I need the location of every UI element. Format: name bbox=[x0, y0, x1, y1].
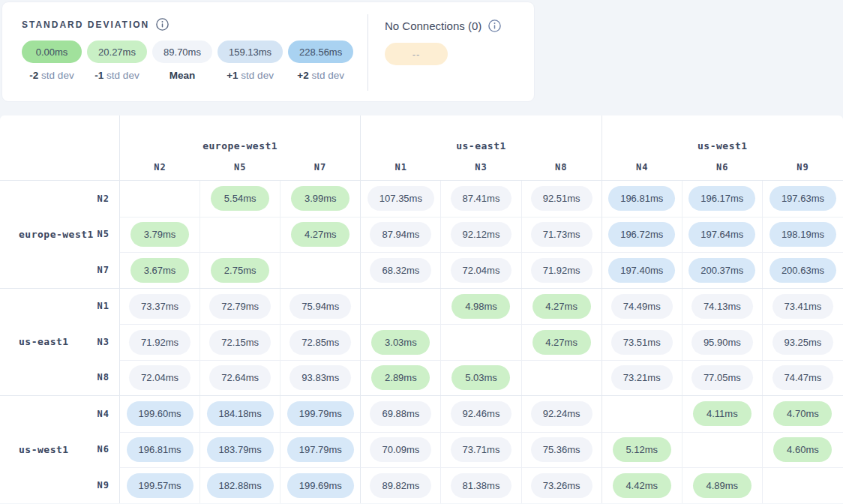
matrix-cell[interactable]: 87.94ms bbox=[361, 217, 441, 253]
latency-badge[interactable]: 74.49ms bbox=[611, 294, 673, 319]
matrix-cell[interactable]: 70.09ms bbox=[361, 432, 441, 468]
matrix-cell[interactable]: 197.40ms bbox=[602, 252, 682, 288]
matrix-cell[interactable]: 197.79ms bbox=[280, 432, 361, 468]
latency-badge[interactable]: 75.94ms bbox=[290, 294, 351, 319]
latency-badge[interactable]: 4.70ms bbox=[773, 401, 832, 426]
latency-badge[interactable]: 4.89ms bbox=[693, 473, 752, 498]
latency-badge[interactable]: 72.64ms bbox=[209, 365, 271, 390]
matrix-cell[interactable]: 74.49ms bbox=[602, 289, 682, 325]
latency-badge[interactable]: 81.38ms bbox=[451, 473, 512, 498]
latency-badge[interactable]: 70.09ms bbox=[370, 437, 431, 462]
latency-badge[interactable]: 72.04ms bbox=[451, 258, 512, 283]
matrix-cell[interactable]: 107.35ms bbox=[361, 181, 441, 217]
matrix-cell[interactable]: 69.88ms bbox=[361, 396, 441, 432]
latency-badge[interactable]: 5.54ms bbox=[211, 186, 269, 211]
latency-badge[interactable]: 3.67ms bbox=[130, 258, 189, 283]
matrix-cell[interactable]: 199.79ms bbox=[280, 396, 361, 432]
latency-badge[interactable]: 73.51ms bbox=[611, 330, 673, 355]
latency-badge[interactable]: 199.79ms bbox=[287, 401, 354, 426]
latency-badge[interactable]: 73.26ms bbox=[531, 473, 592, 498]
latency-badge[interactable]: 197.64ms bbox=[688, 222, 755, 247]
latency-badge[interactable]: 71.92ms bbox=[129, 330, 190, 355]
info-circle-icon[interactable] bbox=[488, 20, 501, 32]
latency-badge[interactable]: 87.94ms bbox=[370, 222, 431, 247]
latency-badge[interactable]: 184.18ms bbox=[207, 401, 274, 426]
latency-badge[interactable]: 2.75ms bbox=[211, 258, 269, 283]
latency-badge[interactable]: 196.72ms bbox=[608, 222, 675, 247]
matrix-cell[interactable]: 2.75ms bbox=[200, 252, 280, 288]
latency-badge[interactable]: 73.21ms bbox=[611, 365, 673, 390]
latency-badge[interactable]: 71.92ms bbox=[531, 258, 592, 283]
matrix-cell[interactable]: 4.70ms bbox=[763, 396, 843, 432]
matrix-cell[interactable]: 182.88ms bbox=[200, 467, 280, 503]
latency-badge[interactable]: 198.19ms bbox=[770, 222, 836, 247]
latency-badge[interactable]: 95.90ms bbox=[692, 330, 753, 355]
matrix-cell[interactable]: 4.27ms bbox=[280, 217, 361, 253]
latency-badge[interactable]: 5.12ms bbox=[613, 437, 671, 462]
matrix-cell[interactable]: 73.21ms bbox=[602, 360, 682, 396]
latency-badge[interactable]: 72.04ms bbox=[129, 365, 190, 390]
matrix-cell[interactable]: 92.12ms bbox=[441, 217, 521, 253]
latency-badge[interactable]: 5.03ms bbox=[452, 365, 510, 390]
matrix-cell[interactable]: 72.15ms bbox=[200, 324, 280, 360]
info-circle-icon[interactable] bbox=[156, 18, 169, 31]
matrix-cell[interactable]: 81.38ms bbox=[441, 467, 521, 503]
matrix-cell[interactable]: 68.32ms bbox=[361, 252, 441, 288]
latency-badge[interactable]: 72.79ms bbox=[209, 294, 271, 319]
latency-badge[interactable]: 4.27ms bbox=[291, 222, 350, 247]
latency-badge[interactable]: 200.37ms bbox=[688, 258, 755, 283]
latency-badge[interactable]: 87.41ms bbox=[451, 186, 512, 211]
latency-badge[interactable]: 3.79ms bbox=[130, 222, 189, 247]
matrix-cell[interactable]: 72.85ms bbox=[280, 324, 361, 360]
matrix-cell[interactable]: 5.12ms bbox=[602, 432, 682, 468]
latency-badge[interactable]: 71.73ms bbox=[531, 222, 592, 247]
matrix-cell[interactable]: 73.51ms bbox=[602, 324, 682, 360]
matrix-cell[interactable]: 77.05ms bbox=[682, 360, 763, 396]
latency-badge[interactable]: 74.47ms bbox=[772, 365, 834, 390]
latency-badge[interactable]: 92.12ms bbox=[451, 222, 512, 247]
matrix-cell[interactable]: 72.04ms bbox=[120, 360, 200, 396]
matrix-cell[interactable]: 5.03ms bbox=[441, 360, 521, 396]
matrix-cell[interactable]: 198.19ms bbox=[763, 217, 843, 253]
latency-badge[interactable]: 200.63ms bbox=[770, 258, 836, 283]
latency-badge[interactable]: 199.69ms bbox=[287, 473, 354, 498]
matrix-cell[interactable]: 73.71ms bbox=[441, 432, 521, 468]
latency-badge[interactable]: 199.57ms bbox=[127, 473, 194, 498]
latency-badge[interactable]: 73.37ms bbox=[129, 294, 190, 319]
latency-badge[interactable]: 4.11ms bbox=[693, 401, 752, 426]
matrix-cell[interactable]: 4.98ms bbox=[441, 289, 521, 325]
matrix-cell[interactable]: 74.47ms bbox=[763, 360, 843, 396]
latency-badge[interactable]: 199.60ms bbox=[127, 401, 194, 426]
matrix-cell[interactable]: 72.64ms bbox=[200, 360, 280, 396]
latency-badge[interactable]: 3.03ms bbox=[371, 330, 430, 355]
matrix-cell[interactable]: 4.27ms bbox=[522, 289, 602, 325]
matrix-cell[interactable]: 92.24ms bbox=[522, 396, 602, 432]
matrix-cell[interactable]: 196.17ms bbox=[682, 181, 763, 217]
matrix-cell[interactable]: 92.51ms bbox=[522, 181, 602, 217]
latency-badge[interactable]: 77.05ms bbox=[692, 365, 753, 390]
matrix-cell[interactable]: 2.89ms bbox=[361, 360, 441, 396]
latency-badge[interactable]: 2.89ms bbox=[371, 365, 430, 390]
latency-badge[interactable]: 92.51ms bbox=[531, 186, 592, 211]
latency-badge[interactable]: 196.81ms bbox=[608, 186, 675, 211]
matrix-cell[interactable]: 71.73ms bbox=[522, 217, 602, 253]
matrix-cell[interactable]: 3.03ms bbox=[361, 324, 441, 360]
matrix-cell[interactable]: 4.89ms bbox=[682, 467, 763, 503]
matrix-cell[interactable]: 184.18ms bbox=[200, 396, 280, 432]
latency-badge[interactable]: 197.63ms bbox=[770, 186, 836, 211]
latency-badge[interactable]: 196.17ms bbox=[688, 186, 755, 211]
latency-badge[interactable]: 89.82ms bbox=[370, 473, 431, 498]
latency-badge[interactable]: 72.15ms bbox=[209, 330, 271, 355]
latency-badge[interactable]: 93.83ms bbox=[290, 365, 351, 390]
matrix-cell[interactable]: 4.60ms bbox=[763, 432, 843, 468]
latency-badge[interactable]: 197.79ms bbox=[287, 437, 354, 462]
matrix-cell[interactable]: 199.69ms bbox=[280, 467, 361, 503]
latency-badge[interactable]: 69.88ms bbox=[370, 401, 431, 426]
matrix-cell[interactable]: 4.42ms bbox=[602, 467, 682, 503]
matrix-cell[interactable]: 92.46ms bbox=[441, 396, 521, 432]
latency-badge[interactable]: 74.13ms bbox=[692, 294, 753, 319]
matrix-cell[interactable]: 95.90ms bbox=[682, 324, 763, 360]
matrix-cell[interactable]: 73.41ms bbox=[763, 289, 843, 325]
matrix-cell[interactable]: 4.27ms bbox=[522, 324, 602, 360]
matrix-cell[interactable]: 196.81ms bbox=[602, 181, 682, 217]
